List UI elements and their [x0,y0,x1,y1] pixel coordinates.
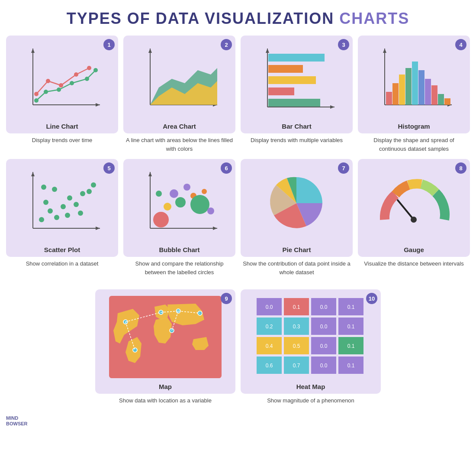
svg-point-4 [34,98,39,103]
area-chart-visual [128,40,231,120]
svg-rect-35 [392,83,399,105]
card-wrap-bar-chart: 3 Bar Chart Display trends with multiple… [241,36,353,153]
card-wrap-scatter: 5 [6,159,118,276]
svg-point-14 [87,66,91,70]
area-chart-desc: A line chart with areas below the lines … [123,136,235,153]
line-chart-desc: Display trends over time [30,136,94,145]
svg-text:0.1: 0.1 [293,304,300,310]
svg-rect-36 [399,75,405,105]
svg-text:0.2: 0.2 [266,324,273,330]
svg-point-69 [175,197,186,207]
svg-point-10 [34,92,39,96]
svg-marker-46 [31,172,35,176]
svg-marker-32 [383,49,386,53]
card-area-chart: 2 Area Chart [123,36,235,133]
svg-text:0.1: 0.1 [347,363,355,369]
svg-marker-3 [96,103,100,107]
histogram-label: Histogram [398,123,430,130]
map-label: Map [159,383,172,390]
badge-3: 3 [338,39,349,50]
svg-point-49 [48,208,53,214]
svg-point-57 [52,187,57,192]
page-title: Types of Data Visualization Charts [0,0,476,36]
card-wrap-histogram: 4 [358,36,470,153]
map-desc: Show data with location as a variable [117,396,213,405]
badge-10: 10 [366,293,377,304]
card-histogram: 4 [358,36,470,133]
svg-point-9 [93,68,98,72]
badge-8: 8 [455,162,466,174]
card-wrap-heatmap: 10 0.0 0.1 0.0 0.1 0.2 0. [241,289,381,405]
line-chart-visual [10,40,114,120]
card-bubble: 6 [123,159,235,257]
svg-point-53 [67,195,72,201]
card-wrap-gauge: 8 [358,159,470,276]
gauge-desc: Visualize the distance between intervals [362,259,465,268]
svg-text:0.0: 0.0 [320,343,328,349]
svg-text:0.7: 0.7 [293,363,300,369]
area-chart-label: Area Chart [163,123,196,130]
svg-point-13 [74,72,78,77]
svg-text:0.0: 0.0 [320,363,328,369]
svg-text:0.0: 0.0 [320,324,328,330]
svg-rect-25 [268,54,325,62]
svg-marker-64 [148,172,152,176]
badge-7: 7 [338,162,349,174]
svg-point-67 [170,189,178,198]
gauge-visual [362,163,466,243]
badge-1: 1 [103,39,115,50]
badge-5: 5 [103,162,115,174]
svg-point-74 [156,191,162,197]
footer: MIND BOWSER [0,412,476,430]
bar-chart-label: Bar Chart [282,123,311,130]
line-chart-label: Line Chart [46,123,78,130]
svg-point-6 [57,88,61,92]
card-scatter: 5 [6,159,118,257]
pie-label: Pie Chart [283,246,311,253]
scatter-desc: Show correlation in a dataset [24,259,100,268]
chart-grid-row1: 1 [0,36,476,159]
svg-point-71 [202,189,207,194]
card-wrap-pie: 7 Pie Chart [241,159,353,276]
svg-point-50 [54,215,59,220]
svg-text:0.1: 0.1 [347,343,355,349]
svg-rect-39 [418,70,425,105]
svg-marker-23 [266,49,269,53]
bubble-desc: Show and compare the relationship betwee… [123,259,235,276]
card-pie: 7 Pie Chart [241,159,353,257]
footer-line2: BOWSER [6,421,28,427]
badge-6: 6 [221,162,232,174]
svg-point-12 [59,83,63,88]
svg-point-11 [46,79,50,83]
svg-point-7 [70,81,74,85]
badge-9: 9 [221,293,232,304]
svg-point-59 [65,213,70,218]
svg-rect-37 [405,68,412,105]
heatmap-desc: Show magnitude of a phenomenon [265,396,356,405]
histogram-desc: Display the shape and spread of continuo… [358,136,470,153]
svg-point-75 [207,207,214,214]
map-visual [100,294,231,380]
title-main: Types of Data Visualization [67,10,340,27]
card-wrap-map: 9 [95,289,235,405]
card-map: 9 [95,289,235,394]
svg-point-56 [87,189,92,194]
svg-rect-43 [444,98,450,105]
card-bar-chart: 3 Bar Chart [241,36,353,133]
svg-rect-40 [425,79,431,105]
svg-rect-29 [268,99,320,107]
footer-logo: MIND BOWSER [6,415,28,427]
svg-point-66 [153,212,169,227]
svg-marker-47 [96,227,100,230]
svg-text:0.1: 0.1 [347,304,355,310]
svg-rect-26 [268,65,303,73]
svg-text:0.0: 0.0 [266,304,273,310]
chart-grid-row2: 5 [0,159,476,282]
histogram-visual [362,40,466,120]
svg-rect-38 [412,62,418,105]
svg-rect-41 [431,85,437,105]
svg-point-68 [183,184,190,191]
svg-text:0.0: 0.0 [320,304,328,310]
svg-point-78 [411,217,417,223]
svg-rect-42 [438,94,444,105]
